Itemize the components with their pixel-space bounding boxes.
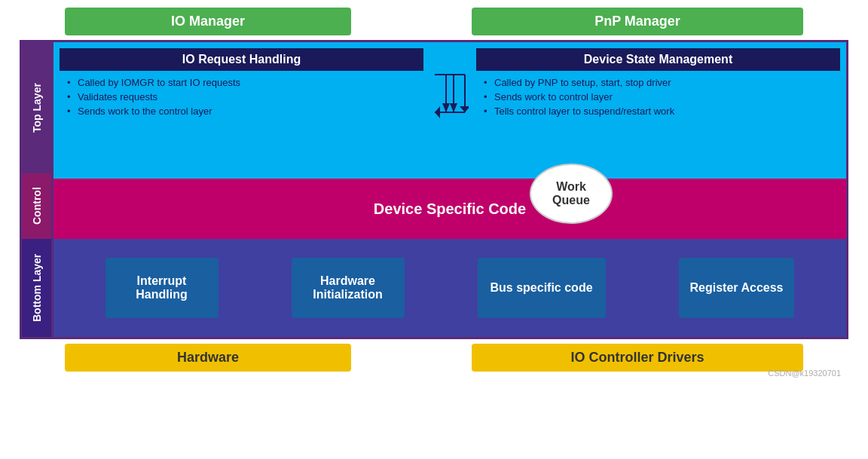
register-access-box: Register Access bbox=[679, 258, 795, 318]
bullet-2: Validates requests bbox=[67, 91, 416, 103]
content-area: IO Request Handling Called by IOMGR to s… bbox=[53, 40, 848, 339]
top-managers-row: IO Manager PnP Manager bbox=[20, 8, 848, 35]
work-queue-oval: WorkQueue bbox=[530, 164, 613, 224]
svg-marker-4 bbox=[460, 106, 469, 112]
layer-labels: Top Layer Control Bottom Layer bbox=[20, 40, 53, 339]
io-controller-box: IO Controller Drivers bbox=[472, 344, 803, 372]
pnp-manager-box: PnP Manager bbox=[472, 8, 803, 35]
io-manager-box: IO Manager bbox=[65, 8, 351, 35]
io-request-bullets: Called by IOMGR to start IO requests Val… bbox=[60, 77, 423, 120]
device-state-title: Device State Management bbox=[476, 48, 840, 71]
svg-marker-3 bbox=[435, 106, 440, 118]
io-manager-label: IO Manager bbox=[171, 14, 245, 29]
control-layer-content: Device Specific Code WorkQueue bbox=[53, 179, 846, 239]
top-layer-label: Top Layer bbox=[22, 42, 51, 173]
control-layer-label: Control bbox=[22, 173, 51, 239]
connector-svg bbox=[431, 52, 469, 173]
dsm-bullet-1: Called by PNP to setup, start, stop driv… bbox=[484, 77, 833, 88]
bullet-1: Called by IOMGR to start IO requests bbox=[67, 77, 416, 88]
interrupt-handling-box: InterruptHandling bbox=[105, 258, 219, 318]
svg-marker-7 bbox=[442, 103, 450, 112]
main-diagram: Top Layer Control Bottom Layer IO Reques… bbox=[20, 40, 848, 339]
hardware-label: Hardware bbox=[177, 350, 239, 365]
bottom-managers-row: Hardware IO Controller Drivers bbox=[20, 344, 848, 372]
hardware-init-box: HardwareInitialization bbox=[292, 258, 405, 318]
device-state-bullets: Called by PNP to setup, start, stop driv… bbox=[476, 77, 840, 120]
top-layer-content: IO Request Handling Called by IOMGR to s… bbox=[53, 42, 846, 179]
bottom-layer-label: Bottom Layer bbox=[22, 239, 51, 337]
control-layer-title: Device Specific Code bbox=[374, 200, 526, 218]
watermark: CSDN@k19320701 bbox=[768, 369, 841, 378]
dsm-bullet-3: Tells control layer to suspend/restart w… bbox=[484, 106, 833, 117]
bus-specific-box: Bus specific code bbox=[478, 258, 606, 318]
dsm-bullet-2: Sends work to control layer bbox=[484, 91, 833, 103]
arrow-connector bbox=[431, 48, 469, 173]
pnp-manager-label: PnP Manager bbox=[594, 14, 680, 29]
io-controller-label: IO Controller Drivers bbox=[570, 350, 704, 365]
bullet-3: Sends work to the control layer bbox=[67, 106, 416, 117]
hardware-box: Hardware bbox=[65, 344, 351, 372]
device-state-section: Device State Management Called by PNP to… bbox=[476, 48, 840, 173]
io-request-section: IO Request Handling Called by IOMGR to s… bbox=[60, 48, 423, 173]
svg-marker-8 bbox=[450, 103, 457, 112]
bottom-layer-content: InterruptHandling HardwareInitialization… bbox=[53, 239, 846, 337]
io-request-title: IO Request Handling bbox=[60, 48, 423, 71]
